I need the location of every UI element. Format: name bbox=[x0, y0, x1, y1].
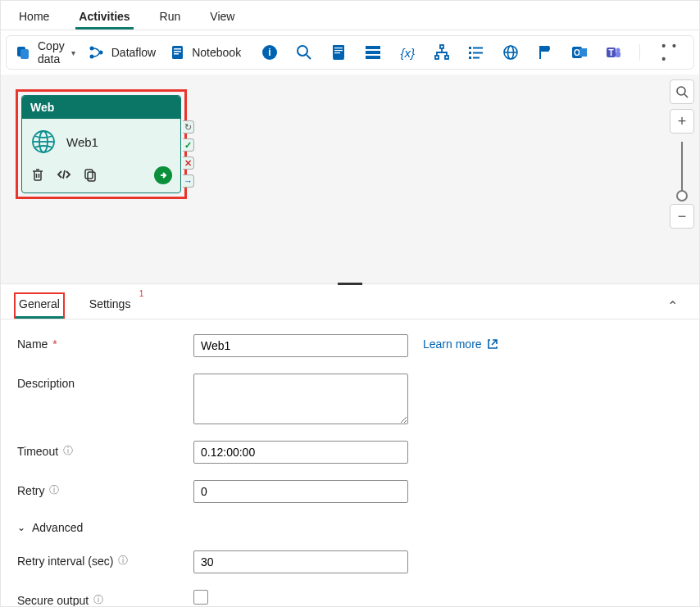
zoom-fit-button[interactable] bbox=[670, 79, 694, 104]
svg-point-47 bbox=[677, 87, 685, 95]
svg-rect-6 bbox=[174, 48, 181, 50]
secure-output-label: Secure output ⓘ bbox=[17, 590, 193, 607]
handle-on-skip[interactable]: ↻ bbox=[183, 120, 194, 134]
node-body: Web1 bbox=[22, 119, 180, 161]
svg-rect-16 bbox=[334, 52, 340, 53]
info-icon[interactable]: ⓘ bbox=[93, 593, 103, 607]
copy-icon[interactable] bbox=[83, 167, 98, 184]
handle-on-fail[interactable]: ✕ bbox=[183, 156, 194, 170]
handle-on-success[interactable]: ✓ bbox=[183, 138, 194, 152]
info-icon[interactable]: ⓘ bbox=[118, 554, 128, 568]
svg-text:O: O bbox=[574, 48, 580, 57]
list-add-icon[interactable] bbox=[467, 43, 485, 61]
tab-settings-label: Settings bbox=[89, 297, 131, 310]
tab-general[interactable]: General bbox=[14, 292, 65, 319]
zoom-out-button[interactable]: − bbox=[670, 204, 694, 229]
svg-rect-17 bbox=[366, 46, 380, 49]
svg-point-38 bbox=[616, 48, 620, 52]
handle-on-completion[interactable]: → bbox=[183, 174, 194, 188]
outlook-icon[interactable]: O bbox=[570, 43, 589, 61]
node-name: Web1 bbox=[66, 135, 98, 149]
svg-rect-26 bbox=[473, 52, 483, 54]
zoom-in-button[interactable]: + bbox=[670, 109, 694, 134]
node-highlight: Web Web1 ↻ ✓ ✕ → bbox=[16, 89, 187, 199]
menu-home[interactable]: Home bbox=[16, 5, 52, 29]
pipeline-canvas[interactable]: Web Web1 ↻ ✓ ✕ → + bbox=[1, 75, 699, 284]
advanced-toggle[interactable]: ⌄ Advanced bbox=[17, 519, 683, 534]
secure-output-checkbox[interactable] bbox=[193, 590, 208, 605]
notebook-button[interactable]: Notebook bbox=[169, 44, 241, 61]
info-icon[interactable]: ⓘ bbox=[49, 483, 59, 497]
svg-rect-45 bbox=[85, 170, 93, 179]
node-footer bbox=[22, 161, 180, 193]
code-icon[interactable] bbox=[57, 167, 71, 184]
svg-rect-23 bbox=[469, 47, 471, 49]
svg-rect-21 bbox=[435, 56, 439, 59]
svg-rect-46 bbox=[88, 172, 95, 181]
zoom-thumb[interactable] bbox=[676, 190, 688, 202]
description-input[interactable] bbox=[193, 374, 408, 424]
notebook-label: Notebook bbox=[192, 46, 241, 59]
learn-more-text: Learn more bbox=[423, 337, 482, 351]
description-label: Description bbox=[17, 374, 193, 390]
info-icon[interactable]: i bbox=[261, 43, 279, 61]
svg-line-48 bbox=[684, 94, 688, 97]
zoom-slider[interactable] bbox=[681, 142, 683, 196]
script-icon[interactable] bbox=[330, 43, 348, 61]
svg-rect-35 bbox=[580, 48, 587, 57]
timeout-input[interactable] bbox=[193, 441, 408, 464]
svg-rect-8 bbox=[174, 53, 179, 55]
required-icon: * bbox=[52, 337, 57, 351]
svg-rect-5 bbox=[172, 46, 183, 59]
name-input[interactable] bbox=[193, 334, 408, 357]
notebook-icon bbox=[169, 44, 185, 61]
menu-view[interactable]: View bbox=[207, 5, 238, 29]
menu-run[interactable]: Run bbox=[157, 5, 184, 29]
dataflow-button[interactable]: Dataflow bbox=[89, 44, 156, 61]
activity-node-web[interactable]: Web Web1 ↻ ✓ ✕ → bbox=[21, 95, 181, 193]
name-label-text: Name bbox=[17, 337, 48, 351]
node-header: Web bbox=[22, 96, 180, 119]
svg-text:T: T bbox=[609, 48, 614, 57]
rows-icon[interactable] bbox=[364, 43, 382, 61]
svg-rect-18 bbox=[366, 51, 380, 54]
svg-rect-13 bbox=[333, 45, 344, 58]
retry-interval-label-text: Retry interval (sec) bbox=[17, 555, 113, 568]
svg-rect-28 bbox=[473, 57, 480, 59]
branch-icon[interactable] bbox=[433, 43, 451, 61]
toolbar: Copy data ▾ Dataflow Notebook i {x} bbox=[6, 35, 694, 70]
svg-rect-24 bbox=[473, 48, 483, 49]
dataflow-label: Dataflow bbox=[111, 46, 156, 59]
flag-icon[interactable] bbox=[536, 43, 554, 61]
retry-interval-input[interactable] bbox=[193, 550, 408, 573]
secure-output-label-text: Secure output bbox=[17, 594, 89, 607]
retry-label-text: Retry bbox=[17, 484, 44, 497]
globe-icon[interactable] bbox=[502, 43, 520, 61]
teams-icon[interactable]: T bbox=[605, 43, 623, 61]
toolbar-more-button[interactable]: • • • bbox=[657, 39, 685, 66]
dataflow-icon bbox=[89, 44, 105, 61]
menu-activities[interactable]: Activities bbox=[75, 5, 133, 29]
copy-data-button[interactable]: Copy data ▾ bbox=[15, 39, 75, 66]
svg-rect-20 bbox=[440, 45, 443, 48]
svg-text:i: i bbox=[268, 47, 270, 58]
tab-settings[interactable]: Settings 1 bbox=[84, 292, 136, 319]
search-icon[interactable] bbox=[295, 43, 313, 61]
learn-more-link[interactable]: Learn more bbox=[423, 334, 498, 351]
advanced-label: Advanced bbox=[32, 521, 83, 534]
svg-point-3 bbox=[89, 55, 93, 59]
copy-data-icon bbox=[15, 44, 31, 61]
toolbar-icon-row: i {x} O T bbox=[261, 43, 623, 61]
variable-icon[interactable]: {x} bbox=[398, 43, 416, 61]
svg-rect-7 bbox=[174, 51, 181, 52]
svg-point-11 bbox=[298, 46, 307, 56]
chevron-down-icon: ▾ bbox=[71, 48, 75, 57]
chevron-down-icon: ⌄ bbox=[17, 522, 25, 533]
svg-rect-25 bbox=[469, 52, 471, 54]
general-form: Name * Learn more Description Timeout ⓘ … bbox=[1, 319, 699, 607]
info-icon[interactable]: ⓘ bbox=[63, 444, 73, 458]
collapse-panel-icon[interactable]: ⌃ bbox=[667, 298, 678, 314]
retry-input[interactable] bbox=[193, 480, 408, 503]
delete-icon[interactable] bbox=[30, 167, 45, 184]
run-icon[interactable] bbox=[154, 166, 172, 184]
